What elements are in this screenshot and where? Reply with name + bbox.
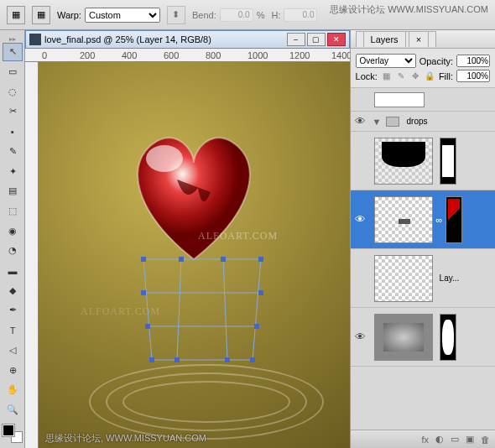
svg-rect-2 [179,257,184,262]
opacity-label: Opacity: [419,56,453,66]
link-icon: ∞ [436,215,443,225]
svg-rect-10 [175,357,180,362]
gradient-tool[interactable]: ⬚ [3,202,23,221]
h-label: H: [271,10,280,20]
group-name: drops [406,117,427,126]
layer-name: Lay... [440,273,460,283]
svg-point-0 [146,145,183,172]
visibility-toggle[interactable]: 👁 [351,213,371,226]
layer-list: 👁 ▼ drops 👁 ∞ Lay... � [351,88,495,430]
warp-preset-select[interactable]: Custom [85,8,160,23]
svg-rect-1 [141,257,146,262]
watermark-bottom: 思缘设计论坛, WWW.MISSYUAN.COM [45,432,206,445]
svg-rect-12 [250,357,255,362]
type-tool[interactable]: T [3,321,23,340]
layer-thumbnail [374,314,433,361]
orientation-icon[interactable]: ⬍ [167,6,185,24]
visibility-toggle[interactable]: 👁 [351,331,371,343]
svg-rect-6 [258,290,263,295]
document-title: love_final.psd @ 25% (Layer 14, RGB/8) [44,34,211,44]
expand-arrow-icon[interactable]: ▼ [373,117,382,127]
heart-artwork [118,129,269,263]
layer-row[interactable] [351,132,495,190]
h-input[interactable] [284,8,317,22]
watermark-top: 思缘设计论坛 WWW.MISSYUAN.COM [330,3,488,16]
dodge-tool[interactable]: ◉ [3,221,23,240]
fill-input[interactable] [456,70,490,82]
fx-icon[interactable]: fx [421,435,429,445]
lock-transparency-icon[interactable]: ▦ [381,70,393,82]
layer-thumbnail [374,255,433,302]
alfoart-watermark: ALFOART.COM [198,230,278,242]
warp-mesh-icon[interactable]: ▦ [32,6,50,24]
svg-rect-11 [225,357,230,362]
color-swatches[interactable] [3,425,23,443]
layer-row[interactable]: Lay... [351,249,495,308]
visibility-toggle[interactable]: 👁 [351,115,371,128]
brush-tool[interactable]: ✎ [3,143,23,161]
warp-transform-grid[interactable] [135,255,269,364]
close-button[interactable]: ✕ [327,33,346,46]
opacity-input[interactable] [456,55,490,67]
layer-thumbnail [374,138,433,185]
shape-tool[interactable]: ▬ [3,262,23,280]
svg-rect-9 [149,357,154,362]
layer-thumbnail [374,196,433,243]
fill-label: Fill: [439,71,453,81]
lock-label: Lock: [356,71,378,81]
marquee-tool[interactable]: ▭ [3,63,23,81]
ruler-vertical [25,62,39,448]
svg-rect-4 [258,257,263,262]
hand-tool[interactable]: ✋ [3,381,23,399]
layer-row[interactable]: 👁 [351,308,495,367]
adjustment-icon[interactable]: ▭ [451,434,459,445]
crop-tool[interactable]: ✂ [3,102,23,121]
eraser-tool[interactable]: ▤ [3,182,23,201]
mask-thumbnail [440,314,456,361]
warp-label: Warp: [57,10,81,20]
transform-icon[interactable]: ▦ [7,6,25,24]
stamp-tool[interactable]: ✦ [3,162,23,180]
mask-thumbnail [440,138,456,185]
layer-row[interactable] [351,88,495,112]
bend-pct: % [257,10,265,20]
lock-all-icon[interactable]: 🔒 [424,70,435,82]
group-row[interactable]: 👁 ▼ drops [351,112,495,132]
slice-tool[interactable]: ▪ [3,122,23,141]
layer-row-selected[interactable]: 👁 ∞ [351,190,495,249]
zoom-tool[interactable]: ⊕ [3,361,23,379]
lock-pixels-icon[interactable]: ✎ [395,70,407,82]
lasso-tool[interactable]: ◌ [3,82,23,101]
path-tool[interactable]: ◆ [3,281,23,300]
move-tool[interactable]: ↖ [3,43,23,61]
lock-position-icon[interactable]: ✥ [409,70,421,82]
blur-tool[interactable]: ◔ [3,242,23,260]
layers-panel: Layers × Overlay Opacity: Lock: ▦ ✎ ✥ 🔒 … [350,30,495,448]
folder-icon [386,117,399,127]
bend-input[interactable] [220,8,253,22]
maximize-button[interactable]: ▢ [307,33,326,46]
ruler-horizontal: 0 200 400 600 800 1000 1200 1400 [25,49,350,62]
magnify-tool[interactable]: 🔍 [3,401,23,419]
mask-thumbnail [446,196,462,243]
layers-tab[interactable]: Layers × [356,31,437,47]
trash-icon[interactable]: 🗑 [481,435,490,445]
mask-icon[interactable]: ◐ [435,434,444,445]
svg-rect-3 [221,257,226,262]
canvas[interactable]: ALFOART.COM ALFOART.COM [39,62,350,448]
direct-select-tool[interactable]: ◁ [3,341,23,360]
blend-mode-select[interactable]: Overlay [356,54,416,68]
svg-rect-5 [141,290,146,295]
svg-rect-7 [145,324,150,329]
document-titlebar[interactable]: love_final.psd @ 25% (Layer 14, RGB/8) –… [25,30,350,49]
bend-label: Bend: [192,10,216,20]
new-layer-icon[interactable]: ▣ [466,434,474,445]
panel-footer: fx ◐ ▭ ▣ 🗑 [351,430,495,448]
minimize-button[interactable]: – [287,33,305,46]
toolbox: ▸▸ ↖ ▭ ◌ ✂ ▪ ✎ ✦ ▤ ⬚ ◉ ◔ ▬ ◆ ✒ T ◁ ⊕ ✋ 🔍 [0,30,25,448]
pen-tool[interactable]: ✒ [3,301,23,320]
document-icon [29,34,41,45]
svg-rect-8 [254,324,259,329]
